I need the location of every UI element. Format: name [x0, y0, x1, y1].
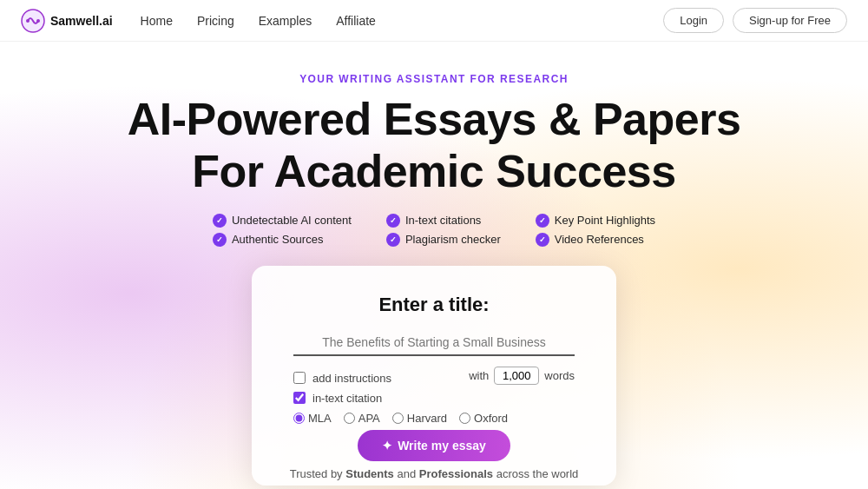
radio-apa[interactable]: APA [344, 412, 380, 425]
logo-icon [21, 9, 45, 33]
feature-item-1: Undetectable AI content [213, 214, 352, 228]
radio-apa-input[interactable] [344, 413, 355, 424]
radio-oxford[interactable]: Oxford [459, 412, 508, 425]
feature-check-2 [386, 214, 400, 228]
feature-label-4: Authentic Sources [232, 233, 324, 246]
radio-harvard-label: Harvard [407, 412, 447, 425]
feature-check-1 [213, 214, 227, 228]
signup-button[interactable]: Sign-up for Free [733, 8, 847, 33]
essay-card: Enter a title: add instructions in-text … [252, 266, 616, 486]
card-options: add instructions in-text citation with w… [293, 372, 575, 425]
trusted-text: Trusted by Students and Professionals ac… [290, 467, 579, 480]
feature-label-2: In-text citations [405, 214, 481, 227]
feature-label-3: Key Point Highlights [555, 214, 655, 227]
main-content: YOUR WRITING ASSISTANT FOR RESEARCH AI-P… [0, 42, 868, 486]
nav-link-pricing[interactable]: Pricing [197, 14, 234, 28]
feature-check-3 [536, 214, 549, 228]
feature-item-6: Video References [536, 233, 655, 247]
nav-links: Home Pricing Examples Affiliate [141, 14, 376, 28]
options-and-words-row: add instructions in-text citation with w… [293, 372, 575, 405]
feature-item-5: Plagiarism checker [386, 233, 501, 247]
write-essay-button[interactable]: ✦ Write my essay [358, 430, 510, 461]
feature-label-6: Video References [555, 233, 644, 246]
words-input[interactable] [494, 367, 539, 385]
radio-oxford-label: Oxford [474, 412, 508, 425]
feature-check-6 [536, 233, 549, 247]
with-label: with [469, 369, 489, 382]
radio-harvard-input[interactable] [392, 413, 404, 424]
nav-right: Login Sign-up for Free [663, 8, 847, 33]
add-instructions-label: add instructions [312, 372, 391, 385]
radio-oxford-input[interactable] [459, 413, 470, 424]
hero-title: AI-Powered Essays & Papers For Academic … [128, 94, 741, 198]
radio-harvard[interactable]: Harvard [392, 412, 447, 425]
words-row: with words [469, 367, 575, 385]
hero-title-line1: AI-Powered Essays & Papers [128, 94, 741, 144]
feature-label-5: Plagiarism checker [405, 233, 501, 246]
trusted-label: Trusted by Students and Professionals ac… [290, 467, 579, 480]
tagline: YOUR WRITING ASSISTANT FOR RESEARCH [299, 73, 569, 85]
add-instructions-checkbox[interactable] [293, 372, 306, 384]
features-grid: Undetectable AI content In-text citation… [213, 214, 655, 247]
radio-mla-input[interactable] [293, 413, 305, 424]
essay-title-input[interactable] [293, 332, 575, 356]
write-essay-label: Write my essay [398, 439, 486, 453]
radio-mla[interactable]: MLA [293, 412, 332, 425]
feature-label-1: Undetectable AI content [232, 214, 352, 227]
navbar: Samwell.ai Home Pricing Examples Affilia… [0, 0, 868, 42]
svg-point-1 [26, 19, 30, 23]
nav-left: Samwell.ai Home Pricing Examples Affilia… [21, 9, 376, 33]
citation-style-group: MLA APA Harvard Oxford [293, 412, 575, 425]
radio-mla-label: MLA [308, 412, 332, 425]
feature-check-5 [386, 233, 400, 247]
feature-item-2: In-text citations [386, 214, 501, 228]
logo: Samwell.ai [21, 9, 113, 33]
in-text-citation-row[interactable]: in-text citation [293, 392, 391, 405]
feature-check-4 [213, 233, 227, 247]
star-icon: ✦ [382, 439, 392, 453]
login-button[interactable]: Login [663, 8, 724, 33]
logo-text: Samwell.ai [50, 14, 113, 28]
feature-item-4: Authentic Sources [213, 233, 352, 247]
in-text-citation-checkbox[interactable] [293, 392, 306, 404]
svg-point-2 [36, 19, 40, 23]
nav-link-examples[interactable]: Examples [259, 14, 312, 28]
in-text-citation-label: in-text citation [312, 392, 382, 405]
hero-title-line2: For Academic Success [192, 146, 675, 196]
add-instructions-row[interactable]: add instructions [293, 372, 391, 385]
nav-link-affiliate[interactable]: Affiliate [336, 14, 376, 28]
card-title: Enter a title: [378, 294, 489, 316]
feature-item-3: Key Point Highlights [536, 214, 655, 228]
nav-link-home[interactable]: Home [141, 14, 173, 28]
words-label: words [544, 369, 575, 382]
radio-apa-label: APA [358, 412, 380, 425]
